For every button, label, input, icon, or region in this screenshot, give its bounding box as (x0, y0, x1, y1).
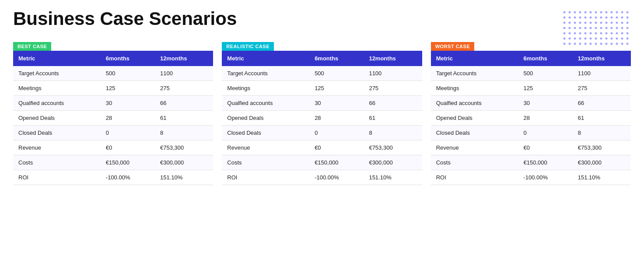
cell-six-best-2: 30 (101, 96, 155, 111)
scenario-label-best: BEST CASE (13, 42, 51, 51)
cell-twelve-worst-7: 151.10% (573, 170, 631, 185)
col-header-best-2: 12months (155, 51, 213, 66)
cell-twelve-worst-2: 66 (573, 96, 631, 111)
cell-twelve-realistic-4: 8 (364, 126, 422, 140)
cell-twelve-realistic-3: 61 (364, 111, 422, 126)
cell-metric-realistic-1: Meetings (222, 81, 309, 96)
cell-twelve-worst-5: €753,300 (573, 140, 631, 155)
table-row: Closed Deals08 (13, 126, 213, 140)
cell-metric-best-1: Meetings (13, 81, 101, 96)
table-row: Closed Deals08 (431, 126, 631, 140)
cell-twelve-best-2: 66 (155, 96, 213, 111)
scenario-table-realistic: Metric6months12monthsTarget Accounts5001… (222, 51, 422, 185)
cell-metric-best-4: Closed Deals (13, 126, 101, 140)
table-row: Closed Deals08 (222, 126, 422, 140)
cell-twelve-best-7: 151.10% (155, 170, 213, 185)
cell-six-worst-0: 500 (518, 66, 572, 81)
col-header-realistic-1: 6months (309, 51, 364, 66)
scenario-label-realistic: REALISTIC CASE (222, 42, 274, 51)
cell-twelve-worst-3: 61 (573, 111, 631, 126)
cell-six-realistic-0: 500 (309, 66, 364, 81)
col-header-best-1: 6months (101, 51, 155, 66)
cell-twelve-worst-0: 1100 (573, 66, 631, 81)
cell-six-best-6: €150,000 (101, 155, 155, 170)
table-row: Meetings125275 (431, 81, 631, 96)
table-row: Costs€150,000€300,000 (431, 155, 631, 170)
cell-twelve-best-3: 61 (155, 111, 213, 126)
table-row: Target Accounts5001100 (431, 66, 631, 81)
col-header-worst-1: 6months (518, 51, 572, 66)
cell-twelve-worst-4: 8 (573, 126, 631, 140)
table-row: Opened Deals2861 (13, 111, 213, 126)
cell-metric-realistic-5: Revenue (222, 140, 309, 155)
scenario-realistic: REALISTIC CASEMetric6months12monthsTarge… (222, 42, 422, 185)
cell-metric-realistic-6: Costs (222, 155, 309, 170)
scenarios-container: BEST CASEMetric6months12monthsTarget Acc… (13, 42, 631, 185)
cell-twelve-realistic-5: €753,300 (364, 140, 422, 155)
cell-six-worst-4: 0 (518, 126, 572, 140)
cell-metric-best-6: Costs (13, 155, 101, 170)
cell-six-best-4: 0 (101, 126, 155, 140)
table-row: Opened Deals2861 (222, 111, 422, 126)
cell-twelve-best-1: 275 (155, 81, 213, 96)
cell-six-worst-2: 30 (518, 96, 572, 111)
cell-six-worst-1: 125 (518, 81, 572, 96)
cell-six-realistic-6: €150,000 (309, 155, 364, 170)
cell-metric-best-5: Revenue (13, 140, 101, 155)
cell-twelve-best-6: €300,000 (155, 155, 213, 170)
cell-metric-realistic-3: Opened Deals (222, 111, 309, 126)
table-row: Revenue€0€753,300 (431, 140, 631, 155)
cell-six-realistic-3: 28 (309, 111, 364, 126)
cell-twelve-realistic-6: €300,000 (364, 155, 422, 170)
cell-six-best-7: -100.00% (101, 170, 155, 185)
cell-six-best-3: 28 (101, 111, 155, 126)
cell-six-best-0: 500 (101, 66, 155, 81)
dot-decoration (556, 7, 631, 52)
table-row: Qualfied accounts3066 (222, 96, 422, 111)
scenario-table-worst: Metric6months12monthsTarget Accounts5001… (431, 51, 631, 185)
col-header-realistic-2: 12months (364, 51, 422, 66)
cell-six-worst-6: €150,000 (518, 155, 572, 170)
cell-six-best-1: 125 (101, 81, 155, 96)
col-header-worst-0: Metric (431, 51, 518, 66)
cell-six-best-5: €0 (101, 140, 155, 155)
cell-metric-worst-0: Target Accounts (431, 66, 518, 81)
cell-metric-worst-6: Costs (431, 155, 518, 170)
page-title: Business Case Scenarios (13, 9, 631, 29)
cell-six-worst-5: €0 (518, 140, 572, 155)
cell-twelve-realistic-7: 151.10% (364, 170, 422, 185)
table-row: Revenue€0€753,300 (13, 140, 213, 155)
cell-metric-worst-2: Qualfied accounts (431, 96, 518, 111)
cell-twelve-worst-1: 275 (573, 81, 631, 96)
table-row: Meetings125275 (13, 81, 213, 96)
cell-metric-realistic-4: Closed Deals (222, 126, 309, 140)
col-header-realistic-0: Metric (222, 51, 309, 66)
cell-six-realistic-1: 125 (309, 81, 364, 96)
cell-metric-worst-4: Closed Deals (431, 126, 518, 140)
table-row: Revenue€0€753,300 (222, 140, 422, 155)
scenario-label-worst: WORST CASE (431, 42, 475, 51)
cell-six-realistic-7: -100.00% (309, 170, 364, 185)
cell-twelve-best-5: €753,300 (155, 140, 213, 155)
cell-six-worst-3: 28 (518, 111, 572, 126)
table-row: Qualfied accounts3066 (13, 96, 213, 111)
table-row: ROI-100.00%151.10% (431, 170, 631, 185)
cell-metric-best-2: Qualfied accounts (13, 96, 101, 111)
scenario-table-best: Metric6months12monthsTarget Accounts5001… (13, 51, 213, 185)
cell-metric-worst-3: Opened Deals (431, 111, 518, 126)
cell-metric-realistic-0: Target Accounts (222, 66, 309, 81)
table-row: Costs€150,000€300,000 (222, 155, 422, 170)
cell-metric-realistic-7: ROI (222, 170, 309, 185)
cell-six-realistic-2: 30 (309, 96, 364, 111)
table-row: Target Accounts5001100 (222, 66, 422, 81)
table-row: Target Accounts5001100 (13, 66, 213, 81)
cell-twelve-realistic-1: 275 (364, 81, 422, 96)
cell-twelve-realistic-0: 1100 (364, 66, 422, 81)
scenario-best: BEST CASEMetric6months12monthsTarget Acc… (13, 42, 213, 185)
cell-metric-worst-7: ROI (431, 170, 518, 185)
col-header-best-0: Metric (13, 51, 101, 66)
table-row: Qualfied accounts3066 (431, 96, 631, 111)
table-row: Opened Deals2861 (431, 111, 631, 126)
table-row: Meetings125275 (222, 81, 422, 96)
cell-twelve-worst-6: €300,000 (573, 155, 631, 170)
